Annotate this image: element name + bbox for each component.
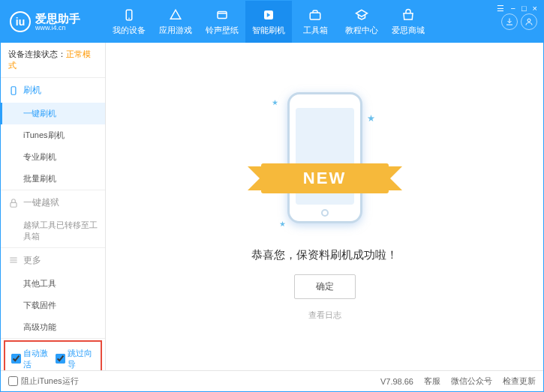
new-badge: NEW — [261, 163, 389, 193]
menu-icon[interactable]: ☰ — [497, 4, 504, 13]
svg-point-5 — [527, 19, 530, 22]
maximize-button[interactable]: □ — [521, 4, 527, 13]
window-controls: ☰ − □ × — [497, 4, 537, 13]
sidebar-item-itunes[interactable]: iTunes刷机 — [1, 124, 105, 146]
ok-button[interactable]: 确定 — [294, 274, 356, 299]
view-log-link[interactable]: 查看日志 — [308, 310, 341, 321]
lock-icon — [8, 198, 19, 208]
success-message: 恭喜您，保资料刷机成功啦！ — [251, 248, 398, 262]
logo-icon: iu — [10, 11, 31, 32]
tab-store[interactable]: 爱思商城 — [385, 1, 431, 43]
sidebar-item-other[interactable]: 其他工具 — [1, 273, 105, 295]
tutorial-icon — [355, 8, 368, 22]
sidebar-jailbreak-header[interactable]: 一键越狱 — [1, 190, 105, 215]
sidebar-item-oneclick[interactable]: 一键刷机 — [1, 103, 105, 124]
minimize-button[interactable]: − — [510, 4, 515, 13]
tab-flash[interactable]: 智能刷机 — [245, 1, 292, 43]
version-label: V7.98.66 — [380, 377, 413, 386]
nav-tabs: 我的设备 应用游戏 铃声壁纸 智能刷机 工具箱 教程中心 爱思商城 — [106, 1, 501, 43]
tab-toolbox[interactable]: 工具箱 — [292, 1, 338, 43]
store-icon — [401, 8, 415, 22]
tab-my-device[interactable]: 我的设备 — [106, 1, 152, 43]
tab-apps[interactable]: 应用游戏 — [152, 1, 199, 43]
apps-icon — [169, 8, 182, 22]
brand-url: www.i4.cn — [35, 24, 80, 31]
phone-icon — [8, 85, 19, 96]
sidebar: 设备连接状态：正常模式 刷机 一键刷机 iTunes刷机 专业刷机 批量刷机 一… — [1, 43, 106, 370]
sidebar-item-pro[interactable]: 专业刷机 — [1, 146, 105, 168]
sidebar-more-header[interactable]: 更多 — [1, 248, 105, 273]
footer-wechat[interactable]: 微信公众号 — [451, 376, 492, 387]
user-icon — [524, 17, 533, 26]
close-button[interactable]: × — [533, 4, 537, 13]
device-icon — [122, 8, 136, 22]
tab-ringtones[interactable]: 铃声壁纸 — [199, 1, 245, 43]
header-actions — [501, 13, 543, 30]
svg-rect-6 — [11, 86, 16, 94]
svg-rect-7 — [11, 202, 17, 207]
menu-icon — [8, 255, 19, 265]
checkbox-block-itunes[interactable]: 阻止iTunes运行 — [8, 376, 79, 387]
brand-logo[interactable]: iu 爱思助手 www.i4.cn — [1, 11, 106, 32]
brand-name: 爱思助手 — [35, 13, 80, 24]
svg-rect-2 — [218, 11, 227, 18]
main-content: NEW 恭喜您，保资料刷机成功啦！ 确定 查看日志 — [106, 43, 543, 370]
media-icon — [215, 8, 229, 22]
sidebar-item-download[interactable]: 下载固件 — [1, 295, 105, 316]
footer: 阻止iTunes运行 V7.98.66 客服 微信公众号 检查更新 — [1, 370, 543, 391]
user-button[interactable] — [521, 13, 537, 30]
svg-rect-4 — [310, 13, 320, 19]
footer-update[interactable]: 检查更新 — [503, 376, 536, 387]
flash-icon — [262, 8, 275, 22]
tab-tutorials[interactable]: 教程中心 — [338, 1, 385, 43]
sidebar-item-batch[interactable]: 批量刷机 — [1, 168, 105, 190]
download-button[interactable] — [501, 13, 518, 30]
phone-illustration: NEW — [269, 92, 381, 235]
connection-status: 设备连接状态：正常模式 — [1, 43, 105, 78]
toolbox-icon — [308, 8, 322, 22]
footer-service[interactable]: 客服 — [424, 376, 440, 387]
checkbox-skip-guide[interactable]: 跳过向导 — [56, 348, 95, 370]
sidebar-flash-header[interactable]: 刷机 — [1, 78, 105, 103]
checkbox-auto-activate[interactable]: 自动激活 — [11, 348, 51, 370]
jailbreak-note: 越狱工具已转移至工具箱 — [1, 215, 105, 247]
sidebar-item-advanced[interactable]: 高级功能 — [1, 316, 105, 338]
header: iu 爱思助手 www.i4.cn 我的设备 应用游戏 铃声壁纸 智能刷机 工具… — [1, 1, 543, 43]
download-icon — [505, 17, 514, 26]
sidebar-checkboxes: 自动激活 跳过向导 — [4, 340, 102, 370]
